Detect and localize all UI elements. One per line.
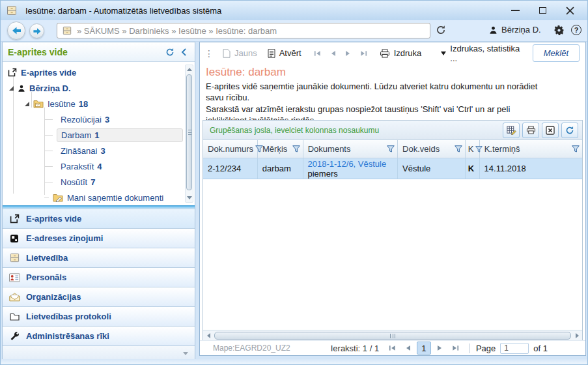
accordion-label: E-adreses ziņojumi	[26, 233, 103, 243]
back-arrow-icon	[11, 26, 22, 35]
user-icon	[489, 25, 497, 35]
accordion-lietvediba[interactable]: Lietvedība	[3, 248, 195, 267]
last-record-button[interactable]	[360, 50, 367, 57]
accordion-organizacijas[interactable]: Organizācijas	[3, 287, 195, 306]
tree-node-berzina[interactable]: Bērziņa D.	[3, 80, 195, 96]
cell-dok-veids: Vēstule	[398, 158, 466, 179]
settings-button[interactable]	[553, 25, 565, 36]
external-link-icon	[8, 68, 17, 77]
tree-connector	[44, 182, 53, 182]
previous-record-button[interactable]	[330, 50, 336, 57]
horizontal-scrollbar[interactable]	[203, 330, 582, 341]
tree-node-darbam[interactable]: Darbam1	[3, 127, 195, 143]
folder-tree: E-aprites vide Bērziņa D. Iesūtne 18 R	[3, 62, 195, 205]
column-header-k-termins[interactable]: K.termiņš	[480, 140, 582, 158]
external-link-icon	[8, 214, 20, 224]
help-button[interactable]: ?	[571, 25, 581, 35]
print-grid-button[interactable]	[522, 123, 539, 138]
tree-node-parakstit[interactable]: Parakstīt4	[3, 158, 195, 174]
sidebar-collapse-button[interactable]	[178, 48, 189, 56]
tree-connector	[44, 151, 53, 151]
first-record-button[interactable]	[314, 50, 321, 57]
refresh-grid-button[interactable]	[561, 123, 578, 138]
close-button[interactable]	[556, 1, 583, 20]
minimize-button[interactable]	[501, 1, 529, 20]
current-page-button[interactable]: 1	[417, 342, 431, 355]
status-bar: Mape:EAGRD20_UZ2 Ieraksti: 1 / 1 1 Page …	[200, 340, 585, 355]
filter-icon[interactable]	[292, 145, 300, 153]
cell-merkis: darbam	[258, 158, 303, 179]
filter-icon[interactable]	[455, 145, 462, 153]
selected-tree-node[interactable]: Darbam1	[57, 128, 183, 142]
column-header-dok-veids[interactable]: Dok.veids	[398, 140, 466, 158]
cell-k-termins: 14.11.2018	[480, 158, 582, 179]
print-statistics-dropdown[interactable]: Izdrukas, statistika ...	[436, 46, 531, 61]
scroll-up-button[interactable]	[186, 65, 193, 74]
cell-k: K	[466, 158, 480, 179]
tree-connector	[44, 166, 53, 167]
new-button[interactable]: Jauns	[218, 46, 262, 61]
tree-node-zinasanai[interactable]: Zināšanai3	[3, 143, 195, 158]
next-record-button[interactable]	[345, 50, 351, 57]
accordion-administresanas-riki[interactable]: Administrēšanas rīki	[3, 326, 195, 345]
back-button[interactable]	[7, 22, 25, 40]
table-edit-icon	[507, 125, 516, 135]
column-header-dok-numurs[interactable]: Dok.numurs	[203, 140, 258, 158]
edit-columns-button[interactable]	[503, 123, 520, 138]
tree-node-nosutit[interactable]: Nosūtīt7	[3, 174, 195, 190]
filter-icon[interactable]	[387, 145, 395, 153]
scrollbar-thumb[interactable]	[186, 74, 192, 190]
accordion-lietvedibas-protokoli[interactable]: Lietvedības protokoli	[3, 306, 195, 326]
tree-node-e-aprites-vide[interactable]: E-aprites vide	[3, 65, 195, 80]
tree-node-mani-sanemtie[interactable]: Mani saņemtie dokumenti	[3, 190, 195, 205]
print-button[interactable]: Izdruka	[375, 46, 427, 61]
accordion-e-aprites-vide[interactable]: E-aprites vide	[3, 209, 195, 228]
document-link[interactable]: 2018-1-12/6, Vēstule	[308, 159, 395, 169]
folder-outline-icon	[8, 312, 20, 321]
table-row[interactable]: 2-12/234 darbam 2018-1-12/6, Vēstule pie…	[203, 158, 582, 179]
group-bar-hint: Grupēšanas josla, ievelciet kolonnas nos…	[210, 126, 379, 135]
breadcrumb[interactable]: » SĀKUMS » Darbinieks » Iesūtne » Iesūtn…	[57, 23, 430, 38]
next-page-button[interactable]	[433, 342, 447, 355]
tree-expanded-icon[interactable]	[25, 102, 29, 106]
tree-node-rezolucijai[interactable]: Rezolūcijai3	[3, 111, 195, 127]
accordion-personals[interactable]: Personāls	[3, 267, 195, 287]
column-header-merkis[interactable]: Mērķis	[258, 140, 303, 158]
scroll-right-button[interactable]	[572, 330, 582, 341]
page-input[interactable]	[500, 343, 529, 354]
folder-status: Mape:EAGRD20_UZ2	[213, 343, 290, 353]
accordion-label: Lietvedība	[26, 253, 68, 263]
export-excel-button[interactable]	[542, 123, 559, 138]
grid-group-bar[interactable]: Grupēšanas josla, ievelciet kolonnas nos…	[203, 121, 582, 140]
column-header-k[interactable]: K	[466, 140, 480, 158]
scroll-left-button[interactable]	[203, 330, 214, 341]
printer-icon	[380, 49, 390, 58]
maximize-button[interactable]	[529, 1, 556, 20]
search-button[interactable]: Meklēt	[533, 44, 580, 62]
sidebar-refresh-button[interactable]	[162, 48, 178, 57]
e-address-icon	[8, 234, 20, 243]
tree-expanded-icon[interactable]	[9, 86, 14, 91]
tree-scrollbar[interactable]	[185, 65, 193, 203]
envelope-open-icon	[8, 293, 20, 302]
column-header-dokuments[interactable]: Dokuments	[303, 140, 398, 158]
description-paragraph: E-aprites vidē saņemtie jaunākie dokumen…	[206, 81, 544, 103]
tree-connector	[44, 197, 49, 198]
toolbar-drag-handle[interactable]: ⋮	[204, 48, 213, 59]
scroll-down-button[interactable]	[186, 194, 193, 202]
filter-icon[interactable]	[572, 145, 580, 153]
dropdown-caret-icon	[441, 51, 446, 55]
accordion-label: Administrēšanas rīki	[26, 331, 109, 341]
first-page-button[interactable]	[385, 342, 399, 355]
scrollbar-thumb[interactable]	[214, 332, 571, 340]
tree-node-iesutne[interactable]: Iesūtne 18	[3, 96, 195, 111]
accordion-label: Organizācijas	[26, 292, 81, 302]
open-button[interactable]: Atvērt	[263, 46, 306, 61]
user-menu[interactable]: Bērziņa D.	[489, 25, 541, 35]
last-page-button[interactable]	[449, 342, 462, 355]
previous-page-button[interactable]	[401, 342, 415, 355]
forward-button[interactable]	[29, 23, 44, 38]
accordion-e-adreses-zinojumi[interactable]: E-adreses ziņojumi	[3, 228, 195, 248]
refresh-button[interactable]	[436, 25, 446, 35]
cell-dok-numurs: 2-12/234	[203, 158, 258, 179]
